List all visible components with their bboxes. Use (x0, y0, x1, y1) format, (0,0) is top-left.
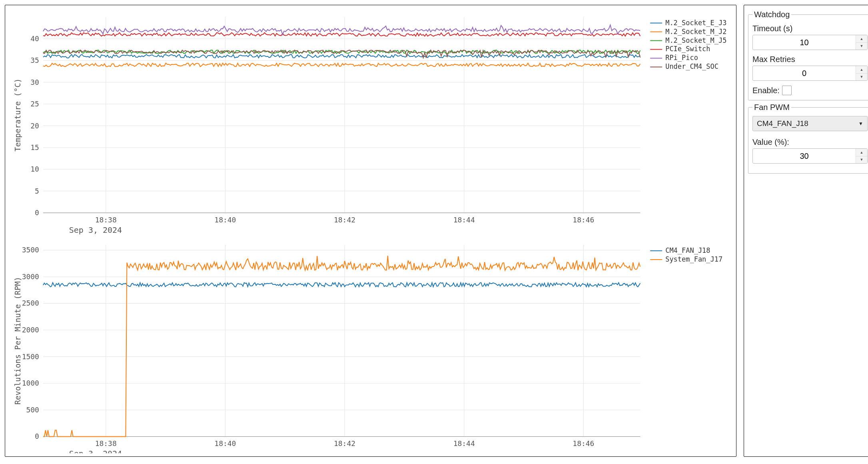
timeout-input[interactable]: ▲ ▼ (752, 35, 868, 50)
svg-text:20: 20 (30, 122, 39, 130)
svg-text:18:46: 18:46 (573, 216, 594, 224)
svg-text:18:42: 18:42 (334, 439, 355, 448)
svg-text:2000: 2000 (22, 326, 39, 334)
svg-text:3500: 3500 (22, 246, 39, 254)
pwm-value[interactable] (753, 149, 856, 163)
svg-text:RPi_Pico: RPi_Pico (665, 54, 698, 62)
retries-input[interactable]: ▲ ▼ (752, 66, 868, 81)
fan-select[interactable]: CM4_FAN_J18 ▼ (752, 116, 868, 131)
svg-text:5: 5 (35, 187, 39, 195)
svg-text:18:38: 18:38 (95, 216, 117, 224)
pwm-value-label: Value (%): (752, 138, 868, 147)
svg-text:PCIe_Switch: PCIe_Switch (665, 45, 710, 53)
svg-text:18:42: 18:42 (334, 216, 355, 224)
svg-text:18:44: 18:44 (453, 216, 475, 224)
chart-container: 051015202530354018:3818:4018:4218:4418:4… (9, 8, 732, 453)
spinner-down-icon[interactable]: ▼ (856, 156, 867, 164)
svg-text:35: 35 (30, 56, 39, 64)
svg-text:2500: 2500 (22, 299, 39, 307)
svg-text:18:44: 18:44 (453, 439, 475, 448)
svg-text:Temperature (°C): Temperature (°C) (13, 78, 22, 152)
enable-checkbox[interactable] (782, 86, 792, 95)
timeout-value[interactable] (753, 35, 856, 50)
svg-text:1000: 1000 (22, 379, 39, 387)
svg-text:18:38: 18:38 (95, 439, 117, 448)
chart-panel: 051015202530354018:3818:4018:4218:4418:4… (5, 5, 736, 457)
fanpwm-group: Fan PWM CM4_FAN_J18 ▼ Value (%): ▲ ▼ (748, 103, 868, 174)
spinner-up-icon[interactable]: ▲ (856, 149, 867, 156)
svg-text:25: 25 (30, 100, 39, 108)
spinner-up-icon[interactable]: ▲ (856, 66, 867, 73)
svg-text:Revolutions Per Minute (RPM): Revolutions Per Minute (RPM) (13, 277, 22, 405)
svg-text:Sep 3, 2024: Sep 3, 2024 (69, 449, 122, 453)
svg-text:18:40: 18:40 (214, 216, 236, 224)
svg-text:30: 30 (30, 78, 39, 86)
svg-text:M.2_Socket_E_J3: M.2_Socket_E_J3 (665, 19, 726, 27)
svg-text:Under_CM4_SOC: Under_CM4_SOC (665, 62, 718, 70)
svg-text:18:40: 18:40 (214, 439, 236, 448)
spinner-up-icon[interactable]: ▲ (856, 35, 867, 42)
svg-text:1500: 1500 (22, 352, 39, 361)
watchdog-title: Watchdog (752, 10, 791, 19)
svg-text:500: 500 (26, 406, 39, 414)
svg-text:Sep 3, 2024: Sep 3, 2024 (69, 225, 122, 235)
svg-text:3000: 3000 (22, 272, 39, 281)
fan-select-value: CM4_FAN_J18 (757, 119, 858, 128)
svg-text:10: 10 (30, 165, 39, 173)
side-panel: Watchdog Timeout (s) ▲ ▼ Max Retries ▲ ▼… (744, 5, 868, 457)
spinner-down-icon[interactable]: ▼ (856, 73, 867, 81)
enable-label: Enable: (752, 86, 780, 95)
svg-text:15: 15 (30, 143, 39, 152)
retries-value[interactable] (753, 66, 856, 80)
svg-text:18:46: 18:46 (573, 439, 594, 448)
svg-text:M.2_Socket_M_J5: M.2_Socket_M_J5 (665, 36, 726, 44)
svg-text:CM4_FAN_J18: CM4_FAN_J18 (665, 246, 710, 254)
retries-label: Max Retries (752, 55, 868, 64)
svg-text:M.2_Socket_M_J2: M.2_Socket_M_J2 (665, 28, 726, 36)
pwm-value-input[interactable]: ▲ ▼ (752, 148, 868, 164)
fanpwm-title: Fan PWM (752, 103, 791, 112)
spinner-down-icon[interactable]: ▼ (856, 42, 867, 50)
watchdog-group: Watchdog Timeout (s) ▲ ▼ Max Retries ▲ ▼… (748, 10, 868, 100)
svg-text:0: 0 (35, 432, 39, 440)
timeout-label: Timeout (s) (752, 24, 868, 33)
chevron-down-icon: ▼ (858, 121, 863, 126)
charts-svg: 051015202530354018:3818:4018:4218:4418:4… (9, 8, 732, 453)
svg-text:System_Fan_J17: System_Fan_J17 (665, 255, 722, 263)
svg-text:40: 40 (30, 34, 39, 43)
svg-text:0: 0 (35, 208, 39, 217)
